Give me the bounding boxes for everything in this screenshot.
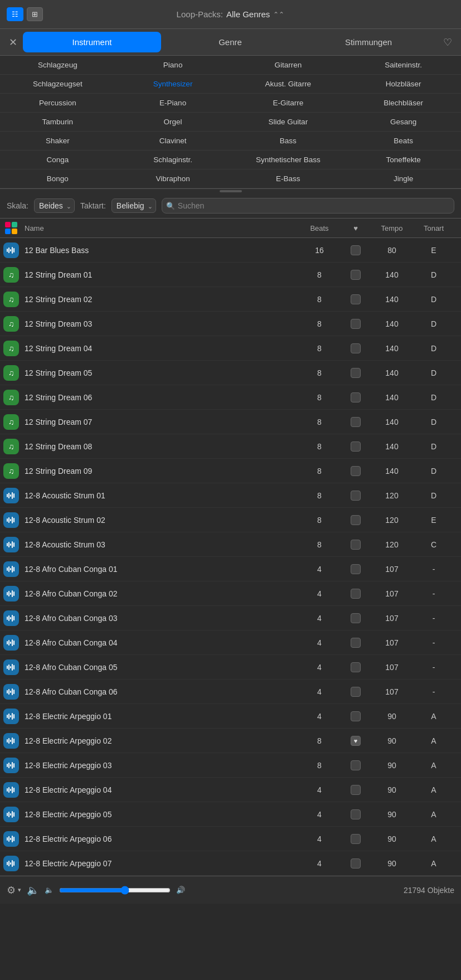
fav-checkbox[interactable] [351,245,361,255]
table-row[interactable]: 12-8 Electric Arpeggio 06490A [0,827,461,851]
row-fav[interactable] [342,564,370,574]
category-item[interactable]: Gesang [346,113,461,132]
fav-checkbox[interactable] [351,687,361,697]
settings-button[interactable]: ⚙ ▾ [7,884,21,896]
table-row[interactable]: 12-8 Afro Cuban Conga 044107- [0,630,461,655]
speaker-button[interactable]: 🔈 [27,884,39,896]
skala-select[interactable]: Beides [34,198,75,213]
category-item[interactable]: Schlaginstr. [115,151,231,169]
category-item[interactable]: Slide Guitar [231,113,346,132]
fav-checkbox[interactable] [351,417,361,427]
row-fav[interactable] [342,589,370,599]
table-row[interactable]: ♫12 String Dream 018140D [0,263,461,287]
table-row[interactable]: 12-8 Electric Arpeggio 05490A [0,802,461,827]
row-fav[interactable] [342,245,370,255]
taktart-select[interactable]: Beliebig [111,198,156,213]
row-fav[interactable] [342,711,370,721]
table-row[interactable]: 12 Bar Blues Bass1680E [0,238,461,263]
row-fav[interactable] [342,343,370,353]
category-item[interactable]: Jingle [346,169,461,188]
fav-checkbox[interactable] [351,392,361,402]
fav-checkbox[interactable] [351,515,361,525]
category-item[interactable]: Holzbläser [346,75,461,94]
fav-checkbox[interactable] [351,540,361,550]
category-item[interactable]: Tamburin [0,113,115,132]
category-item[interactable]: Piano [115,56,231,75]
genre-dropdown-arrow[interactable]: ⌃⌃ [273,11,284,18]
fav-checkbox[interactable] [351,294,361,304]
close-button[interactable]: ✕ [7,34,23,51]
row-fav[interactable] [342,638,370,648]
divider-handle[interactable] [0,189,461,193]
category-item[interactable]: Schlagzeugset [0,75,115,94]
header-tempo[interactable]: Tempo [370,224,414,232]
grid-view-button[interactable]: ⊞ [27,7,43,21]
table-row[interactable]: 12-8 Afro Cuban Conga 064107- [0,680,461,704]
category-item[interactable]: E-Gitarre [231,94,346,113]
table-row[interactable]: 12-8 Afro Cuban Conga 014107- [0,557,461,581]
header-fav[interactable]: ♥ [342,224,370,232]
row-fav[interactable] [342,368,370,378]
row-fav[interactable] [342,760,370,770]
fav-checkbox[interactable] [351,466,361,476]
table-row[interactable]: ♫12 String Dream 048140D [0,336,461,361]
table-row[interactable]: 12-8 Electric Arpeggio 02890A [0,729,461,753]
row-fav[interactable] [342,687,370,697]
row-fav[interactable] [342,662,370,672]
category-item[interactable]: Bass [231,132,346,151]
category-item[interactable]: Gitarren [231,56,346,75]
category-item[interactable]: Bongo [0,169,115,188]
table-row[interactable]: 12-8 Electric Arpeggio 01490A [0,704,461,729]
row-fav[interactable] [342,417,370,427]
category-item[interactable]: Saiteninstr. [346,56,461,75]
fav-checkbox[interactable] [351,662,361,672]
row-fav[interactable] [342,613,370,623]
category-item[interactable]: E-Bass [231,169,346,188]
row-fav[interactable] [342,319,370,329]
fav-checkbox[interactable] [351,736,361,746]
category-item[interactable]: Toneffekte [346,151,461,169]
fav-checkbox[interactable] [351,711,361,721]
header-name[interactable]: Name [22,224,297,232]
fav-checkbox[interactable] [351,270,361,280]
fav-checkbox[interactable] [351,785,361,795]
fav-checkbox[interactable] [351,564,361,574]
fav-checkbox[interactable] [351,368,361,378]
category-item[interactable]: Synthetischer Bass [231,151,346,169]
table-row[interactable]: ♫12 String Dream 058140D [0,361,461,385]
tab-instrument[interactable]: Instrument [23,32,161,52]
row-fav[interactable] [342,466,370,476]
table-row[interactable]: 12-8 Electric Arpeggio 07490A [0,851,461,876]
table-row[interactable]: 12-8 Afro Cuban Conga 034107- [0,606,461,630]
table-row[interactable]: 12-8 Afro Cuban Conga 054107- [0,655,461,680]
tab-stimmungen[interactable]: Stimmungen [299,32,438,52]
row-fav[interactable] [342,834,370,844]
table-row[interactable]: ♫12 String Dream 088140D [0,434,461,459]
search-input[interactable] [162,198,454,214]
fav-checkbox[interactable] [351,343,361,353]
row-fav[interactable] [342,540,370,550]
row-fav[interactable] [342,858,370,869]
fav-checkbox[interactable] [351,442,361,452]
header-beats[interactable]: Beats [297,224,342,232]
category-item[interactable]: Shaker [0,132,115,151]
table-row[interactable]: 12-8 Electric Arpeggio 03890A [0,753,461,778]
row-fav[interactable] [342,392,370,402]
row-fav[interactable] [342,294,370,304]
category-item[interactable]: Schlagzeug [0,56,115,75]
row-fav[interactable] [342,736,370,746]
row-fav[interactable] [342,785,370,795]
table-row[interactable]: 12-8 Afro Cuban Conga 024107- [0,581,461,606]
row-fav[interactable] [342,442,370,452]
table-row[interactable]: 12-8 Acoustic Strum 018120D [0,483,461,508]
category-item[interactable]: Conga [0,151,115,169]
table-row[interactable]: ♫12 String Dream 038140D [0,312,461,336]
category-item[interactable]: Vibraphon [115,169,231,188]
fav-checkbox[interactable] [351,589,361,599]
category-item[interactable]: Percussion [0,94,115,113]
fav-checkbox[interactable] [351,809,361,819]
row-fav[interactable] [342,270,370,280]
category-item[interactable]: Clavinet [115,132,231,151]
fav-checkbox[interactable] [351,858,361,869]
row-fav[interactable] [342,491,370,501]
